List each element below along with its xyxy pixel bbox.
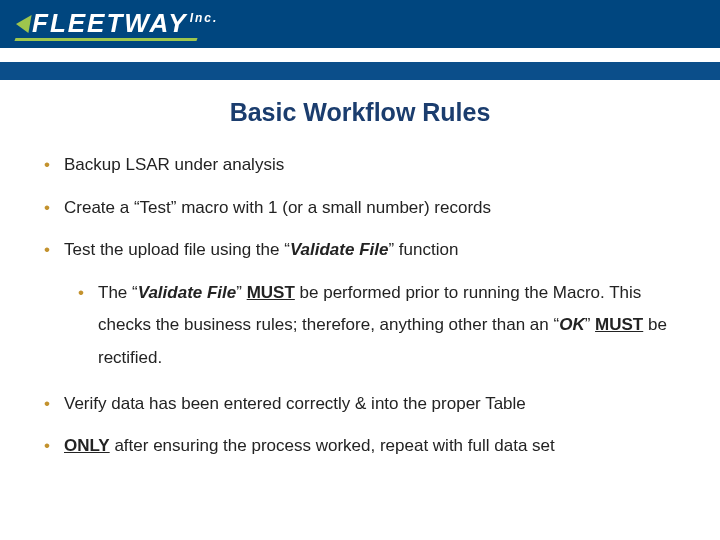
emphasis-must: MUST <box>247 283 295 302</box>
sub-list: The “Validate File” MUST be performed pr… <box>78 277 680 374</box>
list-item: ONLY after ensuring the process worked, … <box>44 434 680 459</box>
text: ” function <box>388 240 458 259</box>
brand-suffix: Inc. <box>190 11 219 25</box>
page-title: Basic Workflow Rules <box>0 98 720 127</box>
emphasis-only: ONLY <box>64 436 110 455</box>
text: after ensuring the process worked, repea… <box>110 436 555 455</box>
header-stripe <box>0 62 720 80</box>
list-item: Test the upload file using the “Validate… <box>44 238 680 374</box>
arrow-icon <box>14 15 31 33</box>
text: Test the upload file using the “ <box>64 240 290 259</box>
text: The “ <box>98 283 138 302</box>
emphasis-must: MUST <box>595 315 643 334</box>
brand-logo: FLEETWAY Inc. <box>16 8 218 39</box>
emphasis-ok: OK <box>559 315 585 334</box>
list-item: The “Validate File” MUST be performed pr… <box>78 277 680 374</box>
emphasis-validate-file: Validate File <box>290 240 389 259</box>
brand-underline <box>14 38 197 41</box>
brand-name: FLEETWAY <box>32 8 188 39</box>
text: ” <box>236 283 246 302</box>
list-item: Create a “Test” macro with 1 (or a small… <box>44 196 680 221</box>
text: ” <box>585 315 595 334</box>
emphasis-validate-file: Validate File <box>138 283 237 302</box>
list-item: Verify data has been entered correctly &… <box>44 392 680 417</box>
list-item: Backup LSAR under analysis <box>44 153 680 178</box>
header-bar: FLEETWAY Inc. <box>0 0 720 62</box>
bullet-list: Backup LSAR under analysis Create a “Tes… <box>0 153 720 459</box>
